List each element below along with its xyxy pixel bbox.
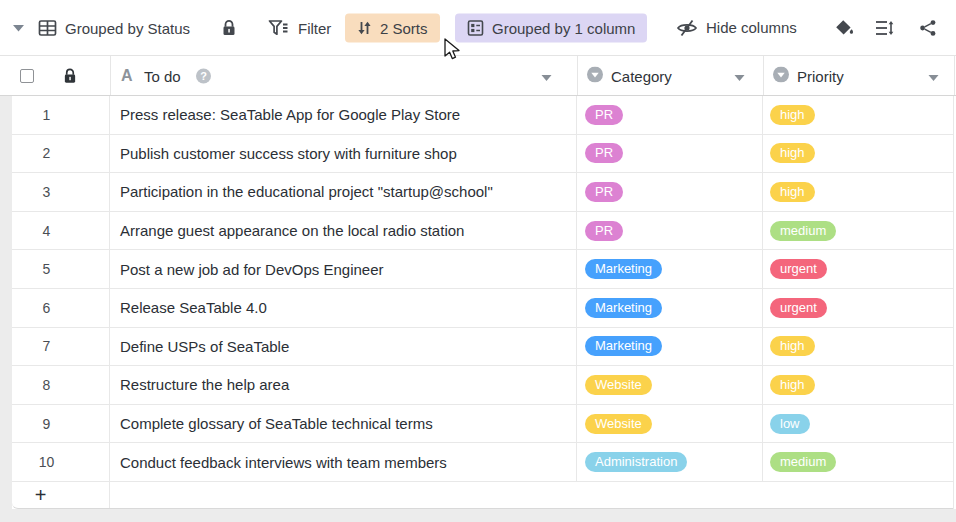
priority-pill: high xyxy=(770,375,815,395)
priority-cell[interactable]: high xyxy=(763,135,954,173)
priority-column-caret-icon[interactable] xyxy=(928,67,939,84)
add-row[interactable]: + xyxy=(12,482,954,509)
table-row[interactable]: 10 Conduct feedback interviews with team… xyxy=(12,443,954,482)
todo-cell[interactable]: Participation in the educational project… xyxy=(110,173,577,211)
todo-cell[interactable]: Arrange guest appearance on the local ra… xyxy=(110,212,577,250)
column-divider xyxy=(954,56,955,95)
view-selector[interactable]: Grouped by Status xyxy=(38,18,190,37)
seatable-grid-view: { "toolbar": { "view_selector": { "label… xyxy=(0,0,956,522)
priority-cell[interactable]: urgent xyxy=(763,289,954,327)
row-number: 8 xyxy=(12,366,110,404)
table-row[interactable]: 4 Arrange guest appearance on the local … xyxy=(12,212,954,251)
hide-columns-label: Hide columns xyxy=(706,19,797,36)
category-pill: Marketing xyxy=(585,298,662,318)
table-row[interactable]: 5 Post a new job ad for DevOps Engineer … xyxy=(12,250,954,289)
category-cell[interactable]: Marketing xyxy=(577,289,763,327)
help-icon[interactable]: ? xyxy=(196,68,211,83)
table-row[interactable]: 7 Define USPs of SeaTable Marketing high xyxy=(12,328,954,367)
column-header-priority[interactable]: Priority xyxy=(797,67,844,84)
table-row[interactable]: 8 Restructure the help area Website high xyxy=(12,366,954,405)
group-button[interactable]: Grouped by 1 column xyxy=(455,13,647,42)
category-cell[interactable]: PR xyxy=(577,173,763,211)
priority-pill: low xyxy=(770,414,810,434)
priority-pill: medium xyxy=(770,452,836,472)
todo-text: Post a new job ad for DevOps Engineer xyxy=(120,261,383,278)
todo-text: Publish customer success story with furn… xyxy=(120,145,457,162)
todo-cell[interactable]: Post a new job ad for DevOps Engineer xyxy=(110,250,577,288)
priority-pill: high xyxy=(770,182,815,202)
priority-pill: urgent xyxy=(770,298,827,318)
table-row[interactable]: 1 Press release: SeaTable App for Google… xyxy=(12,96,954,135)
grid-header: A To do ? Category Priority xyxy=(0,55,956,96)
todo-text: Press release: SeaTable App for Google P… xyxy=(120,106,460,123)
view-dropdown-caret-icon[interactable] xyxy=(12,23,25,32)
select-all-checkbox[interactable] xyxy=(20,69,34,83)
table-row[interactable]: 9 Complete glossary of SeaTable technica… xyxy=(12,405,954,444)
todo-cell[interactable]: Restructure the help area xyxy=(110,366,577,404)
filter-button[interactable]: Filter xyxy=(268,19,331,36)
table-row[interactable]: 3 Participation in the educational proje… xyxy=(12,173,954,212)
category-cell[interactable]: Marketing xyxy=(577,250,763,288)
todo-cell[interactable]: Publish customer success story with furn… xyxy=(110,135,577,173)
table-row[interactable]: 6 Release SeaTable 4.0 Marketing urgent xyxy=(12,289,954,328)
priority-cell[interactable]: medium xyxy=(763,212,954,250)
todo-cell[interactable]: Conduct feedback interviews with team me… xyxy=(110,443,577,481)
category-column-caret-icon[interactable] xyxy=(734,67,745,84)
column-header-todo[interactable]: To do xyxy=(144,67,181,84)
sort-arrows-icon xyxy=(357,20,372,35)
priority-cell[interactable]: high xyxy=(763,96,954,134)
todo-cell[interactable]: Complete glossary of SeaTable technical … xyxy=(110,405,577,443)
row-number: 9 xyxy=(12,405,110,443)
priority-cell[interactable]: high xyxy=(763,328,954,366)
column-header-category[interactable]: Category xyxy=(611,67,672,84)
row-height-icon[interactable] xyxy=(875,20,894,36)
table-grid-icon xyxy=(38,18,57,37)
category-cell[interactable]: PR xyxy=(577,135,763,173)
row-number: 6 xyxy=(12,289,110,327)
todo-text: Arrange guest appearance on the local ra… xyxy=(120,222,464,239)
priority-cell[interactable]: low xyxy=(763,405,954,443)
category-pill: Administration xyxy=(585,452,687,472)
group-label: Grouped by 1 column xyxy=(492,19,635,36)
hide-columns-button[interactable]: Hide columns xyxy=(676,19,797,37)
category-pill: PR xyxy=(585,221,623,241)
todo-text: Conduct feedback interviews with team me… xyxy=(120,454,447,471)
filter-icon xyxy=(268,19,290,36)
category-cell[interactable]: Marketing xyxy=(577,328,763,366)
fill-color-icon[interactable] xyxy=(835,19,854,37)
column-divider xyxy=(110,56,111,95)
row-number: 7 xyxy=(12,328,110,366)
todo-text: Complete glossary of SeaTable technical … xyxy=(120,415,433,432)
column-divider xyxy=(763,56,764,95)
table-row[interactable]: 2 Publish customer success story with fu… xyxy=(12,135,954,174)
add-row-plus-icon[interactable]: + xyxy=(12,482,110,508)
priority-pill: high xyxy=(770,336,815,356)
todo-cell[interactable]: Press release: SeaTable App for Google P… xyxy=(110,96,577,134)
priority-pill: medium xyxy=(770,221,836,241)
priority-cell[interactable]: high xyxy=(763,173,954,211)
category-cell[interactable]: PR xyxy=(577,96,763,134)
view-selector-label: Grouped by Status xyxy=(65,19,190,36)
single-select-type-icon xyxy=(587,66,603,85)
share-icon[interactable] xyxy=(919,19,937,37)
todo-cell[interactable]: Define USPs of SeaTable xyxy=(110,328,577,366)
priority-cell[interactable]: medium xyxy=(763,443,954,481)
header-lock-icon[interactable] xyxy=(63,68,77,84)
category-pill: Marketing xyxy=(585,259,662,279)
text-column-type-icon: A xyxy=(121,67,133,85)
row-number: 10 xyxy=(12,443,110,481)
todo-cell[interactable]: Release SeaTable 4.0 xyxy=(110,289,577,327)
priority-cell[interactable]: high xyxy=(763,366,954,404)
todo-column-caret-icon[interactable] xyxy=(541,67,552,84)
priority-cell[interactable]: urgent xyxy=(763,250,954,288)
todo-text: Define USPs of SeaTable xyxy=(120,338,289,355)
priority-pill: high xyxy=(770,143,815,163)
group-indent-gutter xyxy=(0,96,12,522)
category-cell[interactable]: Website xyxy=(577,405,763,443)
category-cell[interactable]: Administration xyxy=(577,443,763,481)
sorts-button[interactable]: 2 Sorts xyxy=(345,13,440,42)
group-icon xyxy=(467,19,484,36)
category-cell[interactable]: PR xyxy=(577,212,763,250)
lock-icon[interactable] xyxy=(221,19,237,36)
category-cell[interactable]: Website xyxy=(577,366,763,404)
